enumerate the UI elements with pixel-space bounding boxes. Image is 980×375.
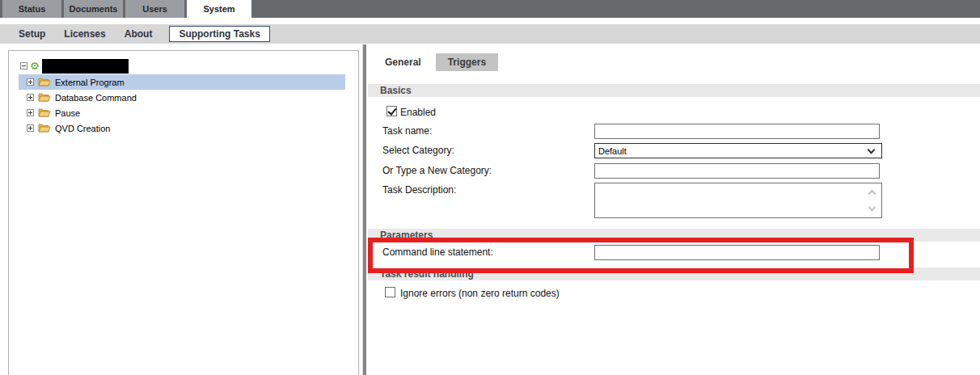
ignore-errors-label: Ignore errors (non zero return codes) — [400, 288, 560, 299]
main-tab-bar: Status Documents Users System — [0, 0, 980, 18]
tab-documents[interactable]: Documents — [64, 0, 123, 18]
task-name-input[interactable] — [594, 124, 880, 139]
category-select-value: Default — [598, 146, 627, 156]
expand-plus-icon[interactable] — [27, 94, 34, 101]
select-category-label: Select Category: — [382, 145, 454, 156]
expand-plus-icon[interactable] — [27, 78, 34, 86]
tab-status[interactable]: Status — [2, 0, 61, 18]
enabled-checkbox[interactable] — [387, 106, 397, 116]
tree-item-external-program[interactable]: External Program — [19, 74, 345, 90]
tree-item-database-command[interactable]: Database Command — [27, 90, 137, 105]
tree-item-label: Pause — [55, 108, 80, 118]
task-description-label: Task Description: — [382, 184, 456, 196]
panel-splitter[interactable] — [362, 44, 366, 375]
enabled-label: Enabled — [400, 107, 436, 118]
tree-item-label: QVD Creation — [55, 124, 110, 133]
task-description-textarea[interactable] — [594, 183, 882, 218]
command-line-input[interactable] — [594, 245, 880, 260]
folder-icon — [38, 123, 51, 134]
detail-tab-bar: General Triggers — [373, 53, 498, 71]
task-detail-panel: General Triggers Basics Enabled Task nam… — [368, 44, 980, 375]
tree-root-row[interactable]: ⚙ — [20, 58, 129, 74]
tree-item-pause[interactable]: Pause — [27, 105, 80, 120]
gear-icon: ⚙ — [30, 61, 40, 71]
expand-plus-icon[interactable] — [27, 124, 34, 132]
subtab-licenses[interactable]: Licenses — [64, 28, 105, 40]
tree-item-qvd-creation[interactable]: QVD Creation — [27, 120, 110, 136]
command-line-label: Command line statement: — [382, 246, 493, 258]
folder-icon — [38, 92, 51, 103]
section-header-parameters: Parameters — [368, 229, 980, 242]
sub-tab-bar: Setup Licenses About Supporting Tasks — [0, 24, 980, 44]
tab-triggers[interactable]: Triggers — [436, 53, 498, 71]
task-description-text[interactable] — [595, 183, 881, 217]
tab-system[interactable]: System — [187, 0, 251, 18]
expand-plus-icon[interactable] — [27, 109, 34, 116]
folder-icon — [38, 77, 51, 88]
section-header-task-result: Task result handling — [368, 268, 980, 280]
section-header-basics: Basics — [368, 84, 980, 97]
new-category-label: Or Type a New Category: — [382, 165, 492, 176]
chevron-down-icon — [868, 146, 876, 154]
tree-item-label: Database Command — [55, 93, 137, 103]
ignore-errors-checkbox[interactable] — [385, 287, 395, 297]
redacted-root-label — [42, 59, 129, 74]
folder-icon — [38, 107, 51, 119]
subtab-supporting-tasks[interactable]: Supporting Tasks — [169, 26, 269, 42]
tab-general[interactable]: General — [373, 53, 433, 71]
collapse-minus-icon[interactable] — [20, 62, 27, 70]
qmc-window: Status Documents Users System Setup Lice… — [0, 0, 980, 375]
category-select[interactable]: Default — [594, 143, 882, 158]
tab-users[interactable]: Users — [125, 0, 184, 18]
task-tree-panel: ⚙ External Program Database Command — [8, 50, 359, 375]
tree-item-label: External Program — [55, 78, 125, 87]
subtab-about[interactable]: About — [125, 28, 153, 40]
subtab-setup[interactable]: Setup — [19, 28, 45, 40]
new-category-input[interactable] — [594, 163, 880, 179]
task-name-label: Task name: — [382, 125, 432, 137]
